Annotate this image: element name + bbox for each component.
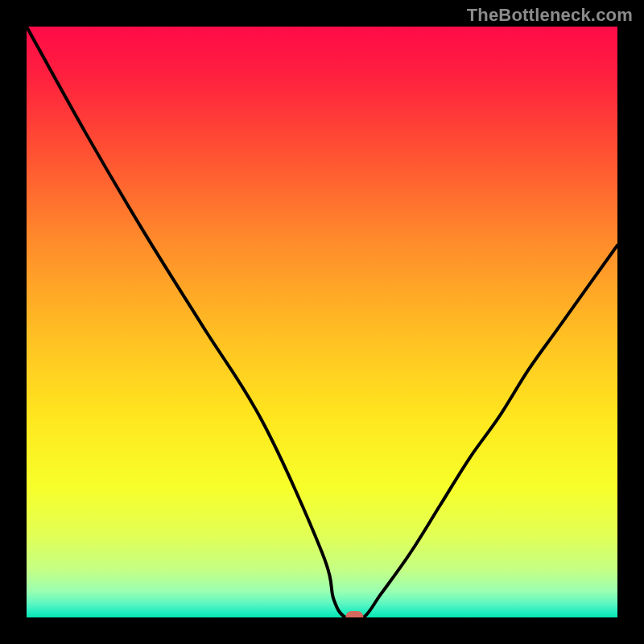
- bottleneck-plot: [27, 27, 617, 617]
- chart-frame: TheBottleneck.com: [0, 0, 644, 644]
- svg-rect-0: [27, 27, 617, 617]
- watermark-text: TheBottleneck.com: [467, 5, 633, 26]
